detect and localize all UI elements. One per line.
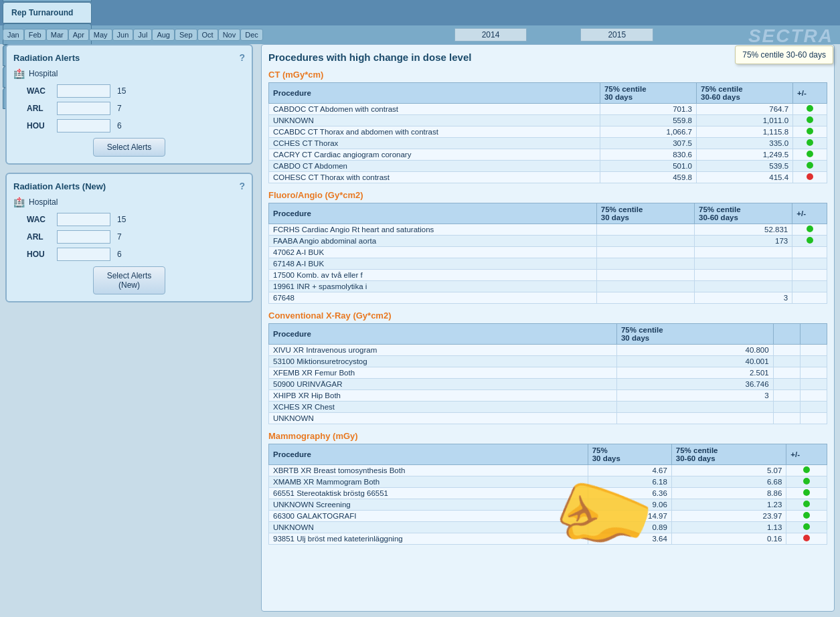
proc-name: XFEMB XR Femur Both bbox=[269, 367, 617, 379]
status-dot bbox=[792, 292, 827, 304]
status-dot bbox=[793, 149, 827, 161]
alert-input-wac[interactable] bbox=[57, 84, 110, 98]
val-30day: 307.5 bbox=[600, 138, 696, 149]
alert-input-hou[interactable] bbox=[57, 119, 110, 133]
status-dot bbox=[792, 236, 827, 247]
table-row: XBRTB XR Breast tomosynthesis Both4.675.… bbox=[269, 465, 827, 476]
help-new-icon[interactable]: ? bbox=[239, 181, 245, 191]
val-30day: 559.8 bbox=[600, 115, 696, 126]
month-btn-feb[interactable]: Feb bbox=[24, 29, 46, 41]
month-btn-sep[interactable]: Sep bbox=[175, 29, 197, 41]
val-60day bbox=[695, 258, 792, 270]
select-alerts-new-button[interactable]: Select Alerts (New) bbox=[93, 266, 166, 294]
table-row: CCHES CT Thorax307.5335.0 bbox=[269, 138, 827, 149]
proc-name: 53100 Miktionsuretrocystog bbox=[269, 356, 617, 367]
data-table-2: Procedure75% centile 30 daysXIVU XR Intr… bbox=[268, 323, 827, 424]
val-60day: 5.07 bbox=[671, 465, 786, 476]
month-btn-oct[interactable]: Oct bbox=[197, 29, 218, 41]
tooltip-box: 75% centile 30-60 days bbox=[735, 46, 833, 64]
status-dot bbox=[793, 138, 827, 149]
table-row: UNKNOWN0.891.13 bbox=[269, 522, 827, 533]
hospital-new-label: Hospital bbox=[29, 197, 58, 207]
col-header-1: 75% 30 days bbox=[588, 444, 671, 465]
alert-input-wac[interactable] bbox=[57, 213, 110, 226]
table-row: 17500 Komb. av två eller f bbox=[269, 270, 827, 281]
month-btn-apr[interactable]: Apr bbox=[68, 29, 89, 41]
status-dot bbox=[786, 476, 827, 488]
col-header-0: Procedure bbox=[269, 324, 617, 345]
section-3: Mammography (mGy)Procedure75% 30 days75%… bbox=[268, 431, 827, 545]
alert-label: HOU bbox=[27, 121, 50, 130]
alert-row-arl: ARL 7 bbox=[27, 102, 245, 115]
proc-name: FCRHS Cardiac Angio Rt heart and saturat… bbox=[269, 224, 597, 236]
val-60day bbox=[695, 281, 792, 292]
status-dot bbox=[800, 345, 827, 356]
alert-new-rows: WAC 15 ARL 7 HOU 6 bbox=[13, 213, 245, 261]
nav-tab-rep-turnaround[interactable]: Rep Turnaround bbox=[3, 2, 92, 23]
green-dot bbox=[807, 105, 813, 112]
table-row: XIVU XR Intravenous urogram40.800 bbox=[269, 345, 827, 356]
table-row: FAABA Angio abdominal aorta173 bbox=[269, 236, 827, 247]
alert-input-hou[interactable] bbox=[57, 248, 110, 261]
help-icon[interactable]: ? bbox=[239, 52, 245, 63]
val-60day: 3 bbox=[695, 292, 792, 304]
val-60day: 335.0 bbox=[696, 138, 792, 149]
month-btn-may[interactable]: May bbox=[89, 29, 112, 41]
val-60day bbox=[773, 390, 800, 402]
val-60day: 1.13 bbox=[671, 522, 786, 533]
alerts-title: Radiation Alerts ? bbox=[13, 52, 245, 63]
proc-name: 47062 A-I BUK bbox=[269, 247, 597, 258]
alert-value: 15 bbox=[117, 86, 126, 96]
alert-value: 7 bbox=[117, 104, 122, 113]
status-dot bbox=[793, 104, 827, 115]
status-dot bbox=[793, 172, 827, 183]
top-navigation: Conventional X-RayMammographyClassicData… bbox=[0, 0, 840, 25]
data-table-3: Procedure75% 30 days75% centile 30-60 da… bbox=[268, 444, 827, 545]
green-dot bbox=[807, 237, 813, 244]
green-dot bbox=[807, 139, 813, 146]
col-header-2: 75% centile 30-60 days bbox=[696, 83, 792, 104]
data-table-1: Procedure75% centile 30 days75% centile … bbox=[268, 203, 827, 304]
status-dot bbox=[786, 499, 827, 511]
val-30day: 6.36 bbox=[588, 488, 671, 499]
val-60day bbox=[773, 379, 800, 390]
green-dot bbox=[803, 466, 810, 473]
val-30day bbox=[596, 224, 694, 236]
alert-input-arl[interactable] bbox=[57, 230, 110, 244]
proc-name: 66300 GALAKTOGRAFI bbox=[269, 511, 588, 522]
proc-name: XHIPB XR Hip Both bbox=[269, 390, 617, 402]
main-content: Procedures with high change in dose leve… bbox=[261, 44, 835, 612]
month-btn-jan[interactable]: Jan bbox=[3, 29, 24, 41]
val-30day: 830.6 bbox=[600, 149, 696, 161]
status-dot bbox=[800, 413, 827, 424]
status-dot bbox=[786, 465, 827, 476]
hospital-new-row: 🏥 Hospital bbox=[13, 197, 245, 207]
alert-row-arl: ARL 7 bbox=[27, 230, 245, 244]
col-header-1: 75% centile 30 days bbox=[600, 83, 696, 104]
table-row: 47062 A-I BUK bbox=[269, 247, 827, 258]
proc-name: 19961 INR + spasmolytika i bbox=[269, 281, 597, 292]
val-60day: 539.5 bbox=[696, 161, 792, 172]
val-60day bbox=[773, 345, 800, 356]
status-dot bbox=[786, 533, 827, 545]
select-alerts-button[interactable]: Select Alerts bbox=[93, 138, 166, 157]
val-30day: 3 bbox=[616, 390, 773, 402]
val-30day bbox=[596, 281, 694, 292]
month-btn-nov[interactable]: Nov bbox=[218, 29, 241, 41]
month-btn-jun[interactable]: Jun bbox=[112, 29, 134, 41]
alert-row-wac: WAC 15 bbox=[27, 213, 245, 226]
month-btn-jul[interactable]: Jul bbox=[133, 29, 152, 41]
proc-name: XMAMB XR Mammogram Both bbox=[269, 476, 588, 488]
alert-input-arl[interactable] bbox=[57, 102, 110, 115]
hospital-label: Hospital bbox=[29, 69, 58, 78]
month-btn-mar[interactable]: Mar bbox=[46, 29, 68, 41]
proc-name: CACRY CT Cardiac angiogram coronary bbox=[269, 149, 600, 161]
val-60day bbox=[695, 270, 792, 281]
month-btn-aug[interactable]: Aug bbox=[152, 29, 175, 41]
table-row: UNKNOWN Screening9.061.23 bbox=[269, 499, 827, 511]
month-buttons: JanFebMarAprMayJunJulAugSepOctNovDec bbox=[3, 29, 263, 41]
val-60day: 23.97 bbox=[671, 511, 786, 522]
proc-name: UNKNOWN bbox=[269, 115, 600, 126]
month-btn-dec[interactable]: Dec bbox=[240, 29, 263, 41]
val-60day: 1,115.8 bbox=[696, 126, 792, 138]
